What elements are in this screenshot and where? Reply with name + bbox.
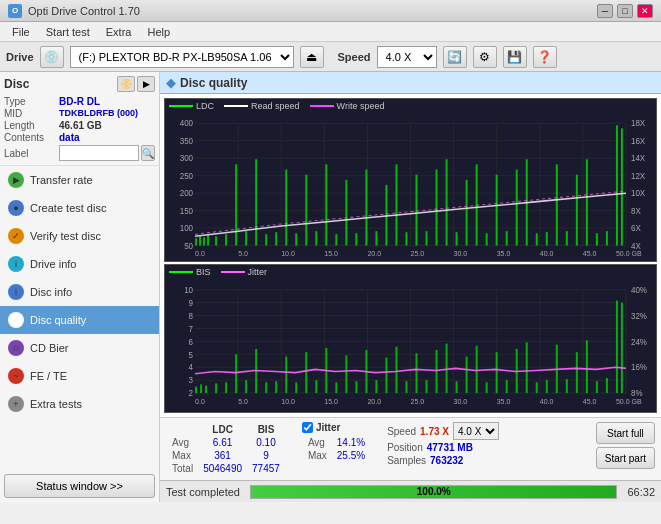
sidebar-item-extra-tests[interactable]: + Extra tests — [0, 390, 159, 418]
menu-file[interactable]: File — [4, 24, 38, 40]
svg-rect-159 — [405, 381, 407, 393]
svg-rect-162 — [436, 350, 438, 393]
main-layout: Disc 📀 ▶ Type BD-R DL MID TDKBLDRFB (000… — [0, 72, 661, 502]
svg-rect-57 — [285, 170, 287, 246]
svg-rect-141 — [225, 382, 227, 393]
disc-label-label: Label — [4, 148, 59, 159]
sidebar-item-drive-info-label: Drive info — [30, 258, 76, 270]
svg-text:50: 50 — [184, 242, 193, 251]
svg-rect-60 — [315, 231, 317, 245]
disc-btn-1[interactable]: 📀 — [117, 76, 135, 92]
app-title: Opti Drive Control 1.70 — [28, 5, 140, 17]
svg-rect-179 — [606, 378, 608, 393]
sidebar-item-fe-te[interactable]: ~ FE / TE — [0, 362, 159, 390]
legend-write-speed: Write speed — [337, 101, 385, 111]
sidebar-item-transfer-rate[interactable]: ▶ Transfer rate — [0, 166, 159, 194]
status-bar: Test completed 100.0% 66:32 — [160, 480, 661, 502]
svg-rect-137 — [195, 386, 197, 392]
jitter-avg-label: Avg — [304, 437, 331, 448]
legend-jitter: Jitter — [248, 267, 268, 277]
svg-rect-66 — [375, 231, 377, 245]
svg-rect-89 — [606, 231, 608, 245]
titlebar-controls[interactable]: ─ □ ✕ — [597, 4, 653, 18]
disc-mid-label: MID — [4, 108, 59, 119]
sidebar-item-disc-quality[interactable]: ◆ Disc quality — [0, 306, 159, 334]
svg-rect-158 — [395, 347, 397, 393]
status-text: Test completed — [166, 486, 240, 498]
close-button[interactable]: ✕ — [637, 4, 653, 18]
svg-rect-148 — [295, 382, 297, 393]
svg-rect-90 — [616, 125, 618, 245]
svg-text:35.0: 35.0 — [497, 250, 511, 257]
speed-select[interactable]: 4.0 X 1.0 X 2.0 X 6.0 X 8.0 X — [377, 46, 437, 68]
titlebar: O Opti Drive Control 1.70 ─ □ ✕ — [0, 0, 661, 22]
start-part-button[interactable]: Start part — [596, 447, 655, 469]
eject-button[interactable]: ⏏ — [300, 46, 324, 68]
svg-text:9: 9 — [189, 297, 194, 307]
settings-button[interactable]: ⚙ — [473, 46, 497, 68]
svg-rect-86 — [576, 175, 578, 246]
svg-text:100: 100 — [180, 224, 194, 233]
svg-rect-70 — [416, 175, 418, 246]
sidebar-item-disc-quality-label: Disc quality — [30, 314, 86, 326]
sidebar-item-disc-info[interactable]: i Disc info — [0, 278, 159, 306]
save-button[interactable]: 💾 — [503, 46, 527, 68]
sidebar-item-cd-bier[interactable]: ☆ CD Bier — [0, 334, 159, 362]
svg-rect-146 — [275, 381, 277, 393]
verify-test-disc-icon: ✓ — [8, 228, 24, 244]
minimize-button[interactable]: ─ — [597, 4, 613, 18]
position-val: 47731 MB — [427, 442, 473, 453]
svg-rect-72 — [436, 170, 438, 246]
svg-text:30.0: 30.0 — [454, 250, 468, 257]
disc-contents-label: Contents — [4, 132, 59, 143]
svg-text:16X: 16X — [631, 137, 646, 146]
start-full-button[interactable]: Start full — [596, 422, 655, 444]
disc-contents-row: Contents data — [4, 132, 155, 143]
refresh-button[interactable]: 🔄 — [443, 46, 467, 68]
disc-label-input[interactable] — [59, 145, 139, 161]
charts-area: LDC Read speed Write speed — [160, 94, 661, 417]
drive-icon-btn[interactable]: 💿 — [40, 46, 64, 68]
svg-rect-161 — [426, 380, 428, 393]
svg-text:0.0: 0.0 — [195, 250, 205, 257]
svg-text:50.0 GB: 50.0 GB — [616, 396, 642, 405]
disc-icons: 📀 ▶ — [117, 76, 155, 92]
legend-bis: BIS — [196, 267, 211, 277]
speed-value-stat: 1.73 X — [420, 426, 449, 437]
menu-extra[interactable]: Extra — [98, 24, 140, 40]
fe-te-icon: ~ — [8, 368, 24, 384]
total-label: Total — [168, 463, 197, 474]
sidebar-item-drive-info[interactable]: i Drive info — [0, 250, 159, 278]
svg-text:350: 350 — [180, 137, 194, 146]
svg-rect-62 — [335, 234, 337, 245]
jitter-checkbox[interactable] — [302, 422, 313, 433]
speed-label: Speed — [338, 51, 371, 63]
help-button[interactable]: ❓ — [533, 46, 557, 68]
disc-length-label: Length — [4, 120, 59, 131]
app-icon: O — [8, 4, 22, 18]
svg-rect-69 — [405, 232, 407, 245]
svg-text:7: 7 — [189, 323, 194, 333]
sidebar-item-fe-te-label: FE / TE — [30, 370, 67, 382]
svg-rect-149 — [305, 352, 307, 393]
disc-mid-row: MID TDKBLDRFB (000) — [4, 108, 155, 119]
create-test-disc-icon: ● — [8, 200, 24, 216]
maximize-button[interactable]: □ — [617, 4, 633, 18]
disc-btn-2[interactable]: ▶ — [137, 76, 155, 92]
svg-rect-51 — [225, 234, 227, 245]
drive-select[interactable]: (F:) PLEXTOR BD-R PX-LB950SA 1.06 — [70, 46, 294, 68]
svg-rect-145 — [265, 382, 267, 393]
disc-label-btn[interactable]: 🔍 — [141, 145, 155, 161]
disc-type-row: Type BD-R DL — [4, 96, 155, 107]
speed-select-stat[interactable]: 4.0 X — [453, 422, 499, 440]
svg-text:5.0: 5.0 — [238, 396, 248, 405]
sidebar-item-verify-test-disc[interactable]: ✓ Verify test disc — [0, 222, 159, 250]
disc-quality-header: ◆ Disc quality — [160, 72, 661, 94]
menu-start-test[interactable]: Start test — [38, 24, 98, 40]
svg-rect-138 — [200, 384, 202, 393]
menu-help[interactable]: Help — [139, 24, 178, 40]
status-window-button[interactable]: Status window >> — [4, 474, 155, 498]
sidebar-item-create-test-disc[interactable]: ● Create test disc — [0, 194, 159, 222]
svg-rect-63 — [345, 180, 347, 246]
svg-rect-71 — [426, 231, 428, 245]
